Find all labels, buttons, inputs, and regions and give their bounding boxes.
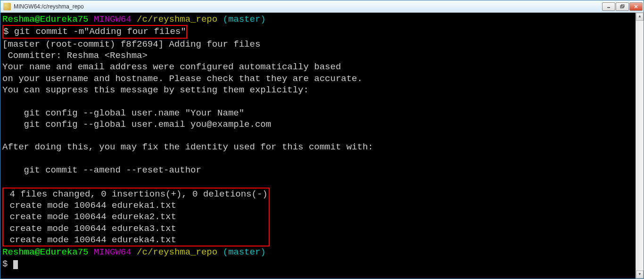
- titlebar-left: MINGW64:/c/reyshma_repo: [1, 3, 84, 10]
- highlighted-summary: 4 files changed, 0 insertions(+), 0 dele…: [2, 188, 270, 247]
- window-title: MINGW64:/c/reyshma_repo: [14, 3, 84, 10]
- scrollbar-down-arrow[interactable]: ▼: [636, 271, 644, 279]
- minimize-icon: [606, 4, 611, 9]
- terminal-content[interactable]: Reshma@Edureka75 MINGW64 /c/reyshma_repo…: [0, 13, 644, 279]
- close-button[interactable]: [629, 2, 643, 11]
- summary-line: create mode 100644 edureka1.txt: [4, 200, 176, 211]
- prompt-dollar: $: [2, 259, 8, 269]
- command-prefix: $: [3, 26, 14, 37]
- maximize-icon: [620, 4, 625, 9]
- output-line: git commit --amend --reset-author: [2, 165, 201, 175]
- highlighted-command: $ git commit -m"Adding four files": [2, 25, 187, 38]
- output-line: After doing this, you may fix the identi…: [2, 142, 373, 152]
- cursor: [13, 260, 18, 269]
- output-line: You can suppress this message by setting…: [2, 85, 309, 95]
- prompt-path: /c/reyshma_repo: [137, 247, 217, 257]
- window-controls: [602, 2, 643, 11]
- scrollbar-up-arrow[interactable]: ▲: [636, 13, 644, 21]
- prompt-branch: (master): [223, 14, 266, 25]
- output-line: on your username and hostname. Please ch…: [2, 74, 363, 84]
- prompt-branch: (master): [223, 247, 266, 257]
- output-line: git config --global user.name "Your Name…: [2, 108, 244, 118]
- minimize-button[interactable]: [602, 2, 615, 11]
- prompt-env: MINGW64: [94, 14, 132, 25]
- prompt-user-host: Reshma@Edureka75: [2, 14, 88, 25]
- terminal-window: MINGW64:/c/reyshma_repo Reshma@Edureka75…: [0, 0, 644, 279]
- summary-line: create mode 100644 edureka4.txt: [4, 235, 176, 245]
- vertical-scrollbar[interactable]: ▲ ▼: [636, 13, 644, 279]
- titlebar[interactable]: MINGW64:/c/reyshma_repo: [0, 0, 644, 13]
- summary-line: create mode 100644 edureka2.txt: [4, 212, 176, 222]
- output-line: git config --global user.email you@examp…: [2, 119, 271, 130]
- command-text: git commit -m"Adding four files": [14, 26, 186, 37]
- prompt-user-host: Reshma@Edureka75: [2, 247, 88, 257]
- output-line: Committer: Reshma <Reshma>: [2, 50, 148, 61]
- output-line: Your name and email address were configu…: [2, 62, 341, 72]
- maximize-button[interactable]: [616, 2, 629, 11]
- summary-line: 4 files changed, 0 insertions(+), 0 dele…: [4, 189, 268, 199]
- prompt-path: /c/reyshma_repo: [137, 14, 217, 25]
- output-line: [master (root-commit) f8f2694] Adding fo…: [2, 39, 260, 49]
- summary-line: create mode 100644 edureka3.txt: [4, 223, 176, 234]
- app-icon: [3, 3, 11, 10]
- close-icon: [634, 4, 638, 9]
- prompt-env: MINGW64: [94, 247, 132, 257]
- terminal-text: Reshma@Edureka75 MINGW64 /c/reyshma_repo…: [2, 14, 642, 270]
